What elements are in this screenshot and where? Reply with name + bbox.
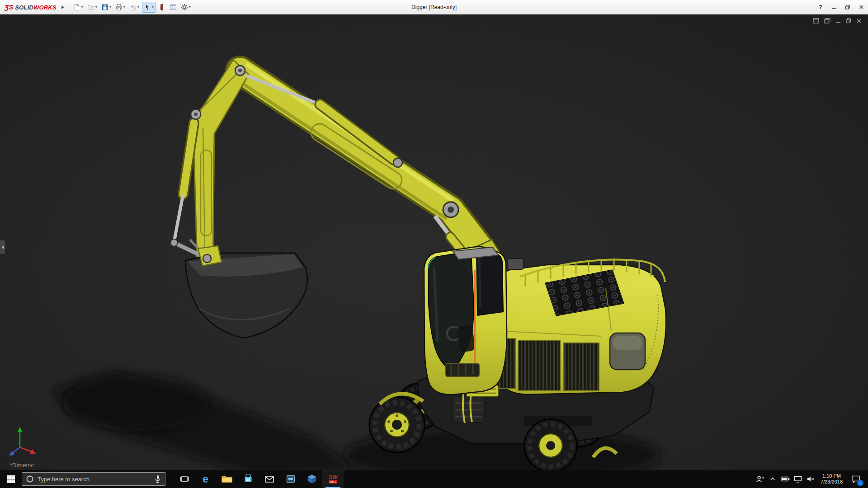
app-window-button[interactable] bbox=[280, 470, 301, 488]
select-cursor-icon bbox=[144, 4, 151, 11]
edge-icon: e bbox=[203, 474, 208, 484]
action-center-button[interactable]: 3 bbox=[847, 470, 865, 488]
volume-button[interactable] bbox=[805, 470, 816, 488]
3ds-logo-mark: ƷS bbox=[5, 3, 13, 11]
hidden-icons-button[interactable] bbox=[767, 470, 778, 488]
new-document-icon bbox=[73, 4, 80, 11]
report-button[interactable] bbox=[168, 2, 178, 13]
system-tray: 1:10 PM 7/23/2018 3 bbox=[754, 470, 868, 488]
cascade-windows-icon[interactable] bbox=[824, 18, 830, 23]
task-view-button[interactable] bbox=[174, 470, 195, 488]
orientation-triad bbox=[3, 420, 43, 456]
doc-minimize-icon[interactable] bbox=[835, 18, 841, 23]
help-button[interactable]: ? bbox=[814, 0, 827, 14]
edrawings-cube-icon bbox=[307, 474, 317, 484]
new-document-button[interactable]: ▾ bbox=[72, 2, 85, 13]
open-folder-icon bbox=[87, 4, 94, 11]
clock-date: 7/23/2018 bbox=[821, 479, 843, 485]
close-button[interactable] bbox=[854, 0, 868, 14]
people-button[interactable] bbox=[754, 470, 766, 488]
play-arrow-icon bbox=[61, 5, 65, 9]
battery-button[interactable] bbox=[779, 470, 791, 488]
save-icon bbox=[101, 4, 108, 11]
taskbar-clock[interactable]: 1:10 PM 7/23/2018 bbox=[817, 473, 846, 485]
minimize-button[interactable] bbox=[827, 0, 841, 14]
minimize-icon bbox=[832, 5, 837, 9]
graphics-viewport[interactable]: *Dimetric bbox=[0, 14, 868, 470]
cab bbox=[424, 247, 507, 394]
dropdown-caret-icon[interactable]: ▾ bbox=[152, 5, 154, 9]
print-icon bbox=[115, 4, 123, 11]
side-grille bbox=[518, 341, 560, 390]
doc-restore-icon[interactable] bbox=[846, 18, 851, 23]
network-button[interactable] bbox=[792, 470, 804, 488]
wheel-front-left bbox=[369, 397, 425, 452]
file-explorer-button[interactable] bbox=[216, 470, 237, 488]
search-input[interactable] bbox=[38, 476, 151, 483]
desktop-screen: ƷS SOLIDWORKS ▾ ▾ ▾ ▾ ▾ ▾ bbox=[0, 0, 868, 488]
select-tool-button[interactable]: ▾ bbox=[142, 2, 156, 13]
dropdown-caret-icon[interactable]: ▾ bbox=[137, 5, 139, 9]
clock-time: 1:10 PM bbox=[821, 473, 843, 479]
speaker-icon bbox=[807, 476, 815, 482]
seat bbox=[457, 324, 475, 352]
edge-button[interactable]: e bbox=[195, 470, 216, 488]
brand-text: SOLIDWORKS bbox=[15, 4, 57, 11]
save-button[interactable]: ▾ bbox=[100, 2, 113, 13]
mail-icon bbox=[264, 475, 274, 483]
cortana-icon bbox=[26, 475, 34, 483]
tile-windows-icon[interactable] bbox=[813, 18, 819, 23]
titlebar: ƷS SOLIDWORKS ▾ ▾ ▾ ▾ ▾ ▾ bbox=[0, 0, 868, 14]
solidworks-2017-button[interactable]: SW 2017 bbox=[322, 470, 344, 488]
dropdown-caret-icon[interactable]: ▾ bbox=[81, 5, 83, 9]
solidworks-2017-icon: SW 2017 bbox=[329, 474, 338, 483]
undo-button[interactable]: ▾ bbox=[128, 2, 141, 13]
store-button[interactable] bbox=[237, 470, 259, 488]
window-controls: ? bbox=[814, 0, 868, 14]
brand-works: WORKS bbox=[33, 4, 57, 11]
brand-solid: SOLID bbox=[15, 4, 33, 11]
mail-button[interactable] bbox=[259, 470, 280, 488]
close-icon bbox=[859, 5, 864, 9]
print-button[interactable]: ▾ bbox=[114, 2, 127, 13]
app-window-icon bbox=[286, 474, 296, 484]
open-document-button[interactable]: ▾ bbox=[86, 2, 99, 13]
edrawings-button[interactable] bbox=[301, 470, 322, 488]
quick-access-toolbar: ▾ ▾ ▾ ▾ ▾ ▾ ▾ bbox=[72, 2, 192, 13]
microphone-icon[interactable] bbox=[154, 475, 161, 483]
side-grille bbox=[563, 343, 599, 390]
panel-collapse-tab[interactable] bbox=[0, 240, 5, 254]
file-explorer-icon bbox=[222, 474, 232, 483]
instant-tool-icon bbox=[158, 4, 165, 11]
start-button[interactable] bbox=[0, 470, 22, 488]
model-canvas[interactable] bbox=[0, 14, 868, 470]
view-orientation-label: *Dimetric bbox=[10, 462, 34, 469]
dropdown-caret-icon[interactable]: ▾ bbox=[95, 5, 97, 9]
show-desktop-button[interactable] bbox=[866, 470, 868, 488]
chevron-left-icon bbox=[1, 245, 4, 249]
dropdown-caret-icon[interactable]: ▾ bbox=[189, 5, 191, 9]
chevron-up-icon bbox=[769, 475, 776, 483]
restore-icon bbox=[845, 5, 850, 10]
people-icon bbox=[755, 475, 764, 483]
solidworks-logo: ƷS SOLIDWORKS bbox=[5, 3, 57, 11]
taskbar-apps: e SW 2017 bbox=[174, 470, 344, 488]
restore-button[interactable] bbox=[841, 0, 854, 14]
report-table-icon bbox=[170, 4, 177, 11]
windows-logo-icon bbox=[7, 475, 15, 483]
taskbar-search[interactable] bbox=[22, 472, 165, 486]
notification-badge: 3 bbox=[857, 480, 863, 486]
deck-box bbox=[507, 258, 524, 269]
task-view-icon bbox=[179, 474, 189, 484]
toolbar-flyout-arrow[interactable] bbox=[61, 5, 65, 9]
gear-icon bbox=[181, 4, 188, 11]
document-title: Digger [Read-only] bbox=[411, 4, 457, 10]
wheel-front-right bbox=[524, 419, 577, 470]
store-icon bbox=[243, 474, 253, 484]
dropdown-caret-icon[interactable]: ▾ bbox=[109, 5, 111, 9]
options-button[interactable]: ▾ bbox=[179, 2, 192, 13]
taskbar: e SW 2017 1:10 PM 7/23/2018 bbox=[0, 470, 868, 488]
doc-close-icon[interactable] bbox=[856, 18, 862, 23]
instant-tool-button[interactable] bbox=[157, 2, 167, 13]
dropdown-caret-icon[interactable]: ▾ bbox=[123, 5, 125, 9]
